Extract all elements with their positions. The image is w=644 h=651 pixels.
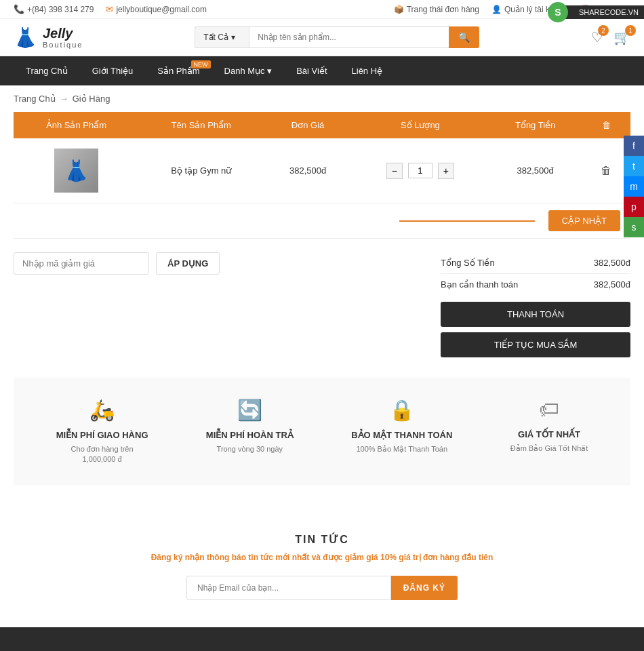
newsletter-title: TIN TỨC [14, 533, 630, 546]
features-section: 🛵 MIỄN PHÍ GIAO HÀNG Cho đơn hàng trên1,… [14, 378, 630, 486]
logo-text: Jelly Boutique [43, 26, 83, 49]
qty-decrease-button[interactable]: − [386, 163, 403, 179]
newsletter-input[interactable] [186, 576, 391, 600]
total-subtotal-row: Tổng Số Tiền 382,500đ [441, 252, 630, 274]
delete-item-button[interactable]: 🗑 [601, 165, 611, 176]
topay-label: Bạn cần thanh toán [441, 279, 518, 290]
logo-sub: Boutique [43, 41, 83, 49]
qty-input[interactable] [408, 163, 432, 178]
account-icon: 👤 [491, 5, 502, 14]
sharethis-social-btn[interactable]: s [624, 217, 644, 237]
phone-icon: 📞 [14, 4, 24, 14]
newsletter-section: TIN TỨC Đăng ký nhận thông báo tin tức m… [0, 506, 644, 627]
qty-increase-button[interactable]: + [438, 163, 454, 179]
newsletter-discount: 10% [380, 553, 397, 562]
search-category-dropdown[interactable]: Tất Cả ▾ [195, 26, 249, 48]
shipping-icon: 🛵 [89, 398, 115, 422]
sharecode-logo: S SHARECODE.VN [553, 5, 644, 19]
topay-value: 382,500đ [594, 279, 630, 290]
nav-blog[interactable]: Bài Viết [284, 56, 339, 85]
track-order-link[interactable]: 📦 Trang thái đơn hàng [394, 5, 479, 14]
topbar-phone: 📞 +(84) 398 314 279 [14, 4, 94, 14]
nav-about[interactable]: Giới Thiệu [80, 56, 146, 85]
cart-row: 👗 Bộ tập Gym nữ 382,500đ − + [14, 138, 630, 203]
product-total-cell: 382,500đ [488, 138, 582, 203]
feature-security: 🔒 BẢO MẬT THANH TOÁN 100% Bảo Mật Thanh … [351, 398, 452, 454]
total-value: 382,500đ [594, 258, 630, 268]
checkout-button[interactable]: THANH TOÁN [441, 302, 630, 327]
security-desc: 100% Bảo Mật Thanh Toán [356, 444, 447, 454]
cart-button[interactable]: 🛒 1 [613, 29, 630, 45]
social-sidebar: f t m p s [624, 136, 644, 237]
return-desc: Trong vòng 30 ngày [217, 444, 283, 454]
product-image-placeholder: 👗 [64, 159, 89, 182]
search-button[interactable]: 🔍 [449, 26, 479, 48]
price-icon: 🏷 [539, 398, 559, 421]
header: 👗 Jelly Boutique Tất Cả ▾ 🔍 ♡ 2 🛒 1 [0, 19, 644, 56]
product-name: Bộ tập Gym nữ [171, 165, 231, 176]
messenger-social-btn[interactable]: m [624, 176, 644, 197]
security-title: BẢO MẬT THANH TOÁN [351, 430, 452, 440]
email-icon: ✉ [106, 4, 113, 14]
cart-update-row: CẬP NHẬT [14, 203, 630, 239]
breadcrumb-home[interactable]: Trang Chủ [14, 94, 56, 104]
update-cart-button[interactable]: CẬP NHẬT [548, 210, 620, 231]
product-total: 382,500đ [517, 165, 554, 176]
coupon-input[interactable] [14, 252, 149, 275]
logo-icon: 👗 [14, 26, 37, 49]
continue-shopping-button[interactable]: TIẾP TỤC MUA SẮM [441, 332, 630, 357]
shipping-title: MIỄN PHÍ GIAO HÀNG [56, 430, 148, 440]
security-icon: 🔒 [389, 398, 414, 422]
nav-products[interactable]: Sản Phẩm NEW [145, 56, 212, 85]
breadcrumb-current: Giỏ Hàng [73, 94, 110, 104]
feature-shipping: 🛵 MIỄN PHÍ GIAO HÀNG Cho đơn hàng trên1,… [56, 398, 148, 465]
return-icon: 🔄 [237, 398, 262, 422]
col-qty: Số Lượng [352, 112, 488, 138]
total-area: Tổng Số Tiền 382,500đ Bạn cần thanh toán… [441, 252, 630, 357]
topbar-left: 📞 +(84) 398 314 279 ✉ jellyboutique@gmai… [14, 4, 207, 14]
product-qty-cell: − + [352, 138, 488, 203]
col-total: Tổng Tiền [488, 112, 582, 138]
feature-return: 🔄 MIỄN PHÍ HOÀN TRẢ Trong vòng 30 ngày [206, 398, 294, 454]
nav-home[interactable]: Trang Chủ [14, 56, 80, 85]
product-image: 👗 [54, 149, 98, 193]
cart-badge: 1 [625, 25, 636, 36]
subscribe-button[interactable]: ĐĂNG KÝ [391, 576, 458, 600]
shipping-desc: Cho đơn hàng trên1,000,000 đ [71, 444, 134, 465]
search-area: Tất Cả ▾ 🔍 [195, 26, 479, 48]
twitter-social-btn[interactable]: t [624, 156, 644, 176]
price-title: GIÁ TỐT NHẤT [518, 429, 580, 439]
col-name: Tên Sản Phẩm [139, 112, 264, 138]
navbar: Trang Chủ Giới Thiệu Sản Phẩm NEW Danh M… [0, 56, 644, 85]
new-badge: NEW [191, 60, 211, 68]
main-content: Ảnh Sản Phẩm Tên Sản Phẩm Đơn Giá Số Lượ… [0, 112, 644, 506]
logo[interactable]: 👗 Jelly Boutique [14, 26, 83, 49]
newsletter-desc: Đăng ký nhận thông báo tin tức mới nhất … [14, 553, 630, 562]
feature-price: 🏷 GIÁ TỐT NHẤT Đảm Bảo Giá Tốt Nhất [510, 398, 588, 454]
facebook-social-btn[interactable]: f [624, 136, 644, 156]
track-icon: 📦 [394, 5, 404, 14]
coupon-area: ÁP DỤNG [14, 252, 220, 275]
breadcrumb-arrow: → [60, 94, 68, 104]
total-topay-row: Bạn cần thanh toán 382,500đ [441, 274, 630, 295]
nav-contact[interactable]: Liên Hệ [340, 56, 395, 85]
wishlist-button[interactable]: ♡ 2 [591, 29, 603, 45]
bottom-section: ÁP DỤNG Tổng Số Tiền 382,500đ Bạn cần th… [14, 252, 630, 357]
breadcrumb: Trang Chủ → Giỏ Hàng [0, 85, 644, 112]
price-desc: Đảm Bảo Giá Tốt Nhất [510, 443, 588, 454]
product-image-cell: 👗 [14, 138, 139, 203]
product-name-cell: Bộ tập Gym nữ [139, 138, 264, 203]
footer: 🏪 ShareCode.vn 🛒 Mong muốn đáp ứng nhu c… [0, 627, 644, 651]
apply-coupon-button[interactable]: ÁP DỤNG [156, 252, 220, 275]
total-label: Tổng Số Tiền [441, 258, 495, 268]
header-icons: ♡ 2 🛒 1 [591, 29, 630, 45]
return-title: MIỄN PHÍ HOÀN TRẢ [206, 430, 294, 440]
pinterest-social-btn[interactable]: p [624, 197, 644, 217]
nav-categories[interactable]: Danh Mục ▾ [212, 56, 285, 85]
newsletter-form: ĐĂNG KÝ [186, 576, 458, 600]
product-price: 382,500đ [289, 165, 326, 176]
col-price: Đơn Giá [264, 112, 352, 138]
chevron-down-icon: ▾ [231, 33, 235, 42]
search-input[interactable] [249, 26, 449, 48]
col-delete: 🗑 [582, 112, 630, 138]
